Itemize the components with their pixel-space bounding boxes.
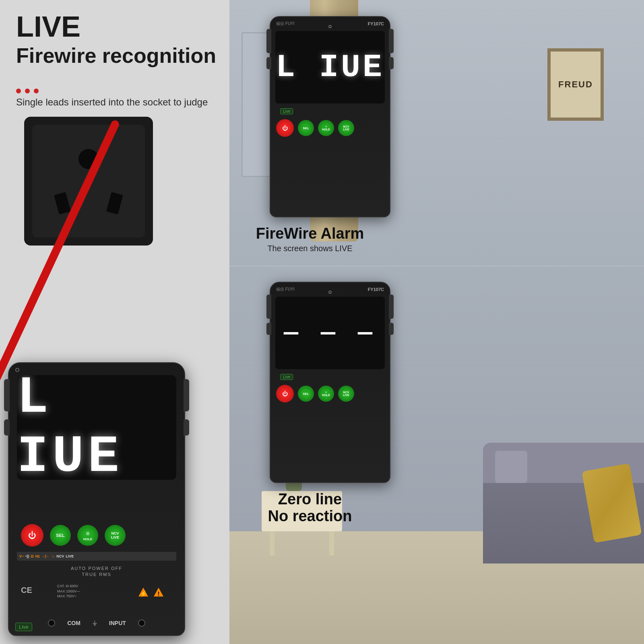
auto-power-off-text: AUTO POWER OFF (71, 566, 122, 571)
mini-live-badge-1: Live (280, 108, 293, 114)
com-probe-hole (48, 619, 55, 627)
mini-power-dot-2 (328, 291, 332, 294)
socket-hole-right (106, 192, 123, 215)
mode-strip: V~ •)) Ω Hz →|← ↑↓ NCV LIVE (17, 552, 176, 561)
page-description: Single leads inserted into the socket to… (16, 97, 208, 108)
live-label: LIVE (111, 535, 119, 539)
mode-continuity: •)) (25, 554, 29, 558)
mode-v: V~ (19, 554, 24, 558)
mini-ncv-button-2[interactable]: NCV LIVE (338, 386, 354, 402)
hold-button[interactable]: ≡ HOLD (77, 525, 98, 546)
warning-triangle-1: ⚡ (138, 587, 149, 599)
zeroline-title: Zero lineNo reaction (237, 491, 382, 525)
mini-power-button-1[interactable]: ⏻ (276, 119, 294, 137)
zeroline-label: Zero lineNo reaction (237, 491, 382, 525)
mini-meter-firewire: 福仪 FUYI FY107C L IUE Live ⏻ SEL ≡ HOLD N… (270, 16, 390, 217)
mini-model-2: FY107C (368, 287, 384, 292)
picture-label: FREUD (558, 79, 593, 90)
sofa (483, 443, 644, 564)
sel-button[interactable]: SEL (50, 525, 71, 546)
ratings-line1: CAT. III 600V (57, 584, 80, 589)
mode-diode: →|← (41, 554, 50, 558)
mini-hold-label-1: HOLD (322, 128, 330, 131)
left-panel: LIVE Firewire recognition Single leads i… (0, 0, 229, 644)
buttons-row: ⏻ SEL ≡ HOLD NCV LIVE (17, 524, 176, 547)
mini-live-badge-2: Live (280, 374, 293, 380)
input-probe-hole (138, 619, 145, 627)
mini-bump-r1 (389, 29, 394, 53)
warning-triangle-2: ! (153, 587, 164, 599)
ncv-label: NCV (111, 531, 119, 535)
dot-2 (25, 89, 30, 93)
mini-display-reading-1: L IUE (276, 49, 384, 86)
mini-hold-button-1[interactable]: ≡ HOLD (318, 120, 334, 136)
mini-display-1: L IUE (275, 31, 385, 103)
power-icon: ⏻ (28, 531, 36, 540)
mini-model-1: FY107C (368, 21, 384, 26)
mini-display-2: — — — (275, 297, 385, 369)
mini-hold-icon-2: ≡ (325, 391, 327, 394)
table-leg-right (329, 531, 334, 555)
side-bumper-left2 (4, 419, 10, 436)
ratings-line3: MAX 750V~ (57, 594, 80, 599)
page-subtitle: Firewire recognition (16, 44, 216, 67)
mini-power-icon-1: ⏻ (282, 125, 288, 131)
mini-display-reading-2: — — — (284, 319, 376, 347)
hold-label: HOLD (83, 537, 93, 541)
mini-sel-button-2[interactable]: SEL (298, 386, 314, 402)
mini-bump-l1 (266, 29, 271, 53)
firewire-alarm-sub: The screen shows LIVE (237, 244, 382, 253)
mini-live-label-1: LIVE (343, 128, 349, 131)
power-indicator-led (15, 368, 19, 372)
input-terminal: INPUT (109, 620, 126, 626)
power-button[interactable]: ⏻ (21, 524, 43, 547)
mini-meter-zeroline: 福仪 FUYI FY107C — — — Live ⏻ SEL ≡ HOLD N… (270, 282, 390, 483)
firewire-alarm-title: FireWire Alarm (237, 225, 382, 242)
mini-bump-r2 (389, 295, 394, 319)
mini-bump-r2b (389, 323, 394, 335)
sel-label: SEL (56, 533, 64, 538)
mini-bump-r1b (389, 57, 394, 69)
mini-ncv-label-1: NCV (343, 125, 349, 128)
multimeter-main-device: L IUE Live ⏻ SEL ≡ HOLD NCV LIVE V~ •)) … (8, 362, 185, 636)
mini-hold-label-2: HOLD (322, 394, 330, 396)
cushion (495, 451, 527, 483)
side-bumper-right (184, 379, 189, 411)
table-leg-left (270, 531, 275, 555)
mini-sel-label-1: SEL (303, 126, 309, 130)
mini-hold-button-2[interactable]: ≡ HOLD (318, 386, 334, 402)
main-display: L IUE (17, 375, 176, 480)
mini-brand-2: 福仪 FUYI (276, 287, 295, 292)
side-bumper-right2 (184, 419, 189, 436)
mini-sel-button-1[interactable]: SEL (298, 120, 314, 136)
com-terminal: COM (67, 620, 80, 626)
mini-bump-l1b (266, 57, 271, 69)
mode-live: LIVE (66, 554, 74, 558)
ratings-text: CAT. III 600V MAX 1000V— MAX 750V~ (57, 584, 80, 599)
ce-mark: CE (21, 586, 32, 595)
display-reading: L IUE (17, 375, 176, 480)
wall-picture-frame: FREUD (547, 48, 604, 121)
hold-icon: ≡ (86, 530, 89, 537)
mini-power-button-2[interactable]: ⏻ (276, 385, 294, 402)
true-rms-text: TRUE RMS (82, 572, 111, 577)
mode-hz: Hz (35, 554, 40, 558)
ratings-line2: MAX 1000V— (57, 589, 80, 594)
panel-divider (229, 266, 644, 266)
mini-hold-icon-1: ≡ (325, 125, 327, 128)
warning-icons: ⚡ ! (138, 587, 164, 599)
mini-bump-l2 (266, 295, 271, 319)
dot-3 (34, 89, 39, 93)
right-panel: FREUD 福仪 FUYI FY107C L IUE Live (229, 0, 644, 644)
dot-1 (16, 89, 21, 93)
ncv-live-button[interactable]: NCV LIVE (105, 525, 126, 546)
mini-ncv-button-1[interactable]: NCV LIVE (338, 120, 354, 136)
mini-ncv-label-2: NCV (343, 391, 349, 394)
firewire-alarm-label: FireWire Alarm The screen shows LIVE (237, 225, 382, 253)
terminal-labels: COM ⏚ INPUT (17, 619, 176, 627)
mini-power-dot-1 (328, 25, 332, 28)
mini-buttons-1: ⏻ SEL ≡ HOLD NCV LIVE (270, 116, 390, 142)
decorative-dots (16, 89, 39, 93)
mini-sel-label-2: SEL (303, 392, 309, 396)
svg-text:!: ! (158, 590, 160, 597)
